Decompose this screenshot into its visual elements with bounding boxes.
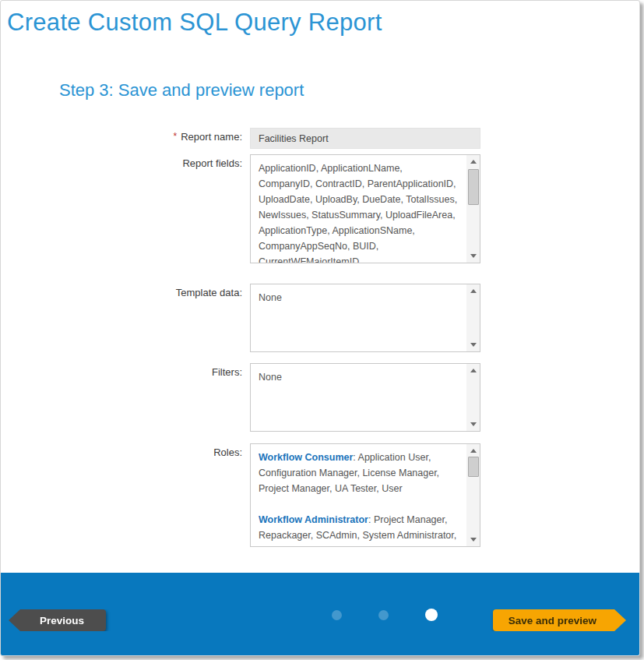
scroll-up-icon[interactable] <box>466 445 480 457</box>
template-data-row: Template data: None <box>1 284 639 352</box>
filters-value: None <box>251 364 480 390</box>
scroll-up-icon[interactable] <box>466 156 480 168</box>
role-entry-workflow-consumer: Workflow Consumer: Application User, Con… <box>259 450 458 496</box>
roles-row: Roles: Workflow Consumer: Application Us… <box>1 443 639 547</box>
report-form: *Report name: Report fields: Application… <box>1 128 639 547</box>
filters-label: Filters: <box>1 363 242 378</box>
role-name: Workflow Administrator <box>259 514 368 525</box>
report-fields-label: Report fields: <box>1 154 242 169</box>
scroll-down-icon[interactable] <box>466 339 480 351</box>
report-fields-scrollbar[interactable] <box>466 155 480 263</box>
template-data-value: None <box>251 284 480 311</box>
scrollbar-thumb[interactable] <box>468 457 479 477</box>
filters-scrollbar[interactable] <box>466 364 480 431</box>
required-marker: * <box>174 131 178 142</box>
step-dot-1 <box>332 610 342 620</box>
report-fields-row: Report fields: ApplicationID, Applicatio… <box>1 154 639 263</box>
role-separator: : <box>368 514 374 525</box>
report-wizard-panel: Create Custom SQL Query Report Step 3: S… <box>0 0 640 656</box>
report-fields-value: ApplicationID, ApplicationLName, Company… <box>251 155 480 263</box>
role-name: Workflow Consumer <box>259 452 353 463</box>
step-heading: Step 3: Save and preview report <box>59 80 639 101</box>
report-name-row: *Report name: <box>1 128 639 149</box>
scrollbar-thumb[interactable] <box>468 169 479 205</box>
template-data-label: Template data: <box>1 284 242 298</box>
report-fields-box: ApplicationID, ApplicationLName, Company… <box>250 154 480 263</box>
scroll-down-icon[interactable] <box>466 534 480 545</box>
scroll-down-icon[interactable] <box>466 250 480 262</box>
scroll-up-icon[interactable] <box>466 285 480 297</box>
scroll-up-icon[interactable] <box>466 365 480 376</box>
filters-box: None <box>250 363 480 432</box>
footer-bar: Previous Save and preview <box>1 573 639 655</box>
step-progress-dots <box>332 607 438 623</box>
roles-label: Roles: <box>1 443 242 458</box>
previous-button[interactable]: Previous <box>9 609 106 631</box>
roles-scrollbar[interactable] <box>466 444 480 546</box>
filters-row: Filters: None <box>1 363 639 432</box>
template-data-scrollbar[interactable] <box>466 284 480 351</box>
report-name-input[interactable] <box>250 128 480 149</box>
step-dot-3 <box>425 609 438 621</box>
report-name-label: *Report name: <box>1 128 242 143</box>
save-and-preview-button[interactable]: Save and preview <box>493 609 626 631</box>
roles-box: Workflow Consumer: Application User, Con… <box>250 443 480 547</box>
page-title: Create Custom SQL Query Report <box>7 9 639 37</box>
step-dot-2 <box>378 610 389 620</box>
report-name-label-text: Report name: <box>181 131 242 143</box>
role-entry-workflow-administrator: Workflow Administrator: Project Manager,… <box>259 512 458 547</box>
template-data-box: None <box>250 284 480 352</box>
scroll-down-icon[interactable] <box>466 418 480 430</box>
